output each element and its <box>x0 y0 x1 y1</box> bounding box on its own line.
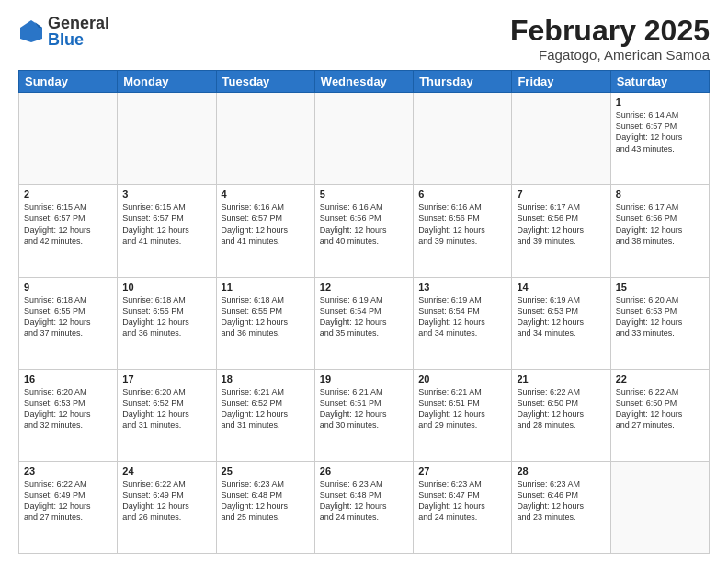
day-info: Sunrise: 6:19 AM Sunset: 6:54 PM Dayligh… <box>320 294 408 339</box>
title-month: February 2025 <box>510 15 710 47</box>
calendar-cell: 10Sunrise: 6:18 AM Sunset: 6:55 PM Dayli… <box>118 277 216 369</box>
day-number: 8 <box>616 189 704 200</box>
calendar-cell: 17Sunrise: 6:20 AM Sunset: 6:52 PM Dayli… <box>118 369 216 461</box>
day-info: Sunrise: 6:16 AM Sunset: 6:56 PM Dayligh… <box>320 201 408 247</box>
day-info: Sunrise: 6:18 AM Sunset: 6:55 PM Dayligh… <box>24 294 112 339</box>
day-info: Sunrise: 6:22 AM Sunset: 6:50 PM Dayligh… <box>616 386 704 431</box>
calendar-cell: 18Sunrise: 6:21 AM Sunset: 6:52 PM Dayli… <box>216 369 314 461</box>
day-info: Sunrise: 6:19 AM Sunset: 6:54 PM Dayligh… <box>418 294 506 339</box>
day-info: Sunrise: 6:14 AM Sunset: 6:57 PM Dayligh… <box>616 109 704 155</box>
day-number: 25 <box>222 465 310 477</box>
calendar-cell <box>414 93 512 185</box>
day-info: Sunrise: 6:22 AM Sunset: 6:50 PM Dayligh… <box>517 386 605 431</box>
day-number: 12 <box>320 282 408 293</box>
weekday-header-row: SundayMondayTuesdayWednesdayThursdayFrid… <box>19 71 710 93</box>
day-info: Sunrise: 6:15 AM Sunset: 6:57 PM Dayligh… <box>24 201 112 247</box>
day-number: 11 <box>222 282 310 293</box>
title-block: February 2025 Fagatogo, American Samoa <box>510 15 710 63</box>
title-location: Fagatogo, American Samoa <box>510 47 710 63</box>
calendar-cell: 13Sunrise: 6:19 AM Sunset: 6:54 PM Dayli… <box>414 277 512 369</box>
day-info: Sunrise: 6:21 AM Sunset: 6:52 PM Dayligh… <box>222 386 310 431</box>
logo-general-text: General <box>48 15 109 31</box>
calendar-cell: 2Sunrise: 6:15 AM Sunset: 6:57 PM Daylig… <box>19 185 118 277</box>
calendar-cell: 3Sunrise: 6:15 AM Sunset: 6:57 PM Daylig… <box>118 185 216 277</box>
calendar-cell <box>118 93 216 185</box>
calendar-cell: 20Sunrise: 6:21 AM Sunset: 6:51 PM Dayli… <box>414 369 512 461</box>
calendar-cell: 23Sunrise: 6:22 AM Sunset: 6:49 PM Dayli… <box>19 461 118 553</box>
day-info: Sunrise: 6:23 AM Sunset: 6:48 PM Dayligh… <box>320 478 408 523</box>
day-number: 1 <box>616 97 704 108</box>
logo-text: General Blue <box>48 15 109 48</box>
day-number: 18 <box>222 373 310 385</box>
week-row-4: 23Sunrise: 6:22 AM Sunset: 6:49 PM Dayli… <box>19 461 710 553</box>
day-number: 13 <box>418 282 506 293</box>
day-number: 14 <box>517 282 605 293</box>
day-info: Sunrise: 6:23 AM Sunset: 6:47 PM Dayligh… <box>418 478 506 523</box>
weekday-header-friday: Friday <box>512 71 610 93</box>
weekday-header-saturday: Saturday <box>610 71 709 93</box>
calendar-cell: 4Sunrise: 6:16 AM Sunset: 6:57 PM Daylig… <box>216 185 314 277</box>
day-number: 22 <box>616 373 704 385</box>
day-info: Sunrise: 6:23 AM Sunset: 6:46 PM Dayligh… <box>517 478 605 523</box>
calendar-cell: 1Sunrise: 6:14 AM Sunset: 6:57 PM Daylig… <box>610 93 709 185</box>
svg-marker-0 <box>20 20 42 42</box>
day-info: Sunrise: 6:23 AM Sunset: 6:48 PM Dayligh… <box>222 478 310 523</box>
logo-blue-text: Blue <box>48 31 109 48</box>
day-info: Sunrise: 6:22 AM Sunset: 6:49 PM Dayligh… <box>24 478 112 523</box>
day-number: 7 <box>517 189 605 200</box>
day-number: 21 <box>517 373 605 385</box>
calendar-cell: 12Sunrise: 6:19 AM Sunset: 6:54 PM Dayli… <box>314 277 413 369</box>
day-number: 26 <box>320 465 408 477</box>
calendar-cell: 22Sunrise: 6:22 AM Sunset: 6:50 PM Dayli… <box>610 369 709 461</box>
day-number: 6 <box>418 189 506 200</box>
day-number: 2 <box>24 189 112 200</box>
header: General Blue February 2025 Fagatogo, Ame… <box>18 15 710 63</box>
week-row-1: 2Sunrise: 6:15 AM Sunset: 6:57 PM Daylig… <box>19 185 710 277</box>
week-row-3: 16Sunrise: 6:20 AM Sunset: 6:53 PM Dayli… <box>19 369 710 461</box>
day-info: Sunrise: 6:18 AM Sunset: 6:55 PM Dayligh… <box>122 294 210 339</box>
day-info: Sunrise: 6:20 AM Sunset: 6:53 PM Dayligh… <box>24 386 112 431</box>
day-info: Sunrise: 6:16 AM Sunset: 6:57 PM Dayligh… <box>222 201 310 247</box>
day-info: Sunrise: 6:15 AM Sunset: 6:57 PM Dayligh… <box>122 201 210 247</box>
weekday-header-tuesday: Tuesday <box>216 71 314 93</box>
calendar-cell <box>610 461 709 553</box>
page: General Blue February 2025 Fagatogo, Ame… <box>0 0 728 563</box>
day-info: Sunrise: 6:17 AM Sunset: 6:56 PM Dayligh… <box>616 201 704 247</box>
day-info: Sunrise: 6:21 AM Sunset: 6:51 PM Dayligh… <box>320 386 408 431</box>
day-info: Sunrise: 6:17 AM Sunset: 6:56 PM Dayligh… <box>517 201 605 247</box>
calendar-cell: 9Sunrise: 6:18 AM Sunset: 6:55 PM Daylig… <box>19 277 118 369</box>
calendar-cell <box>19 93 118 185</box>
day-number: 15 <box>616 282 704 293</box>
calendar-cell: 5Sunrise: 6:16 AM Sunset: 6:56 PM Daylig… <box>314 185 413 277</box>
day-number: 27 <box>418 465 506 477</box>
calendar-cell: 24Sunrise: 6:22 AM Sunset: 6:49 PM Dayli… <box>118 461 216 553</box>
day-info: Sunrise: 6:20 AM Sunset: 6:53 PM Dayligh… <box>616 294 704 339</box>
logo: General Blue <box>18 15 109 48</box>
day-number: 4 <box>222 189 310 200</box>
calendar-cell: 28Sunrise: 6:23 AM Sunset: 6:46 PM Dayli… <box>512 461 610 553</box>
calendar-cell <box>512 93 610 185</box>
week-row-0: 1Sunrise: 6:14 AM Sunset: 6:57 PM Daylig… <box>19 93 710 185</box>
day-number: 10 <box>122 282 210 293</box>
week-row-2: 9Sunrise: 6:18 AM Sunset: 6:55 PM Daylig… <box>19 277 710 369</box>
day-info: Sunrise: 6:16 AM Sunset: 6:56 PM Dayligh… <box>418 201 506 247</box>
day-info: Sunrise: 6:18 AM Sunset: 6:55 PM Dayligh… <box>222 294 310 339</box>
weekday-header-wednesday: Wednesday <box>314 71 413 93</box>
day-number: 24 <box>122 465 210 477</box>
weekday-header-monday: Monday <box>118 71 216 93</box>
weekday-header-thursday: Thursday <box>414 71 512 93</box>
calendar-cell: 6Sunrise: 6:16 AM Sunset: 6:56 PM Daylig… <box>414 185 512 277</box>
calendar-cell: 19Sunrise: 6:21 AM Sunset: 6:51 PM Dayli… <box>314 369 413 461</box>
calendar-cell <box>314 93 413 185</box>
day-number: 17 <box>122 373 210 385</box>
calendar-cell: 15Sunrise: 6:20 AM Sunset: 6:53 PM Dayli… <box>610 277 709 369</box>
calendar-cell: 21Sunrise: 6:22 AM Sunset: 6:50 PM Dayli… <box>512 369 610 461</box>
day-info: Sunrise: 6:20 AM Sunset: 6:52 PM Dayligh… <box>122 386 210 431</box>
day-info: Sunrise: 6:22 AM Sunset: 6:49 PM Dayligh… <box>122 478 210 523</box>
day-info: Sunrise: 6:19 AM Sunset: 6:53 PM Dayligh… <box>517 294 605 339</box>
weekday-header-sunday: Sunday <box>19 71 118 93</box>
day-number: 23 <box>24 465 112 477</box>
calendar-cell: 26Sunrise: 6:23 AM Sunset: 6:48 PM Dayli… <box>314 461 413 553</box>
calendar-cell: 16Sunrise: 6:20 AM Sunset: 6:53 PM Dayli… <box>19 369 118 461</box>
calendar-cell: 27Sunrise: 6:23 AM Sunset: 6:47 PM Dayli… <box>414 461 512 553</box>
